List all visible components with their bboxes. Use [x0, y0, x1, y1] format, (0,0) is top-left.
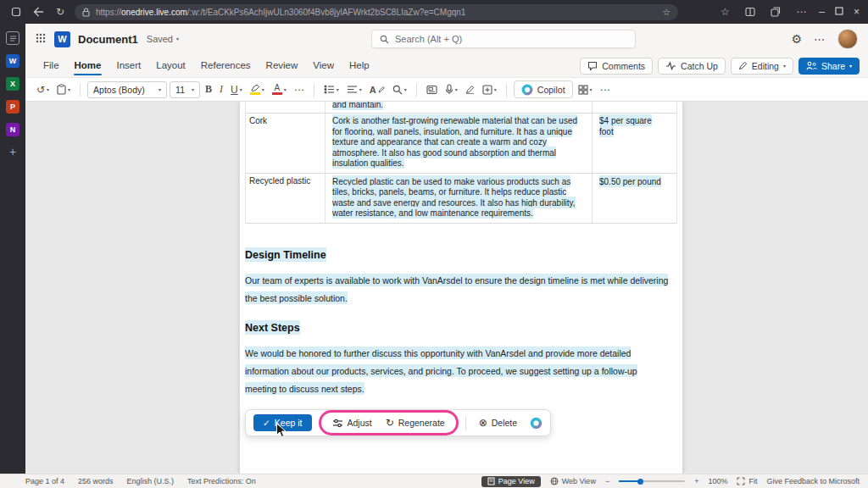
zoom-slider-knob[interactable] — [637, 479, 643, 485]
keep-it-button[interactable]: ✓ Keep it — [253, 414, 312, 431]
editor-button[interactable] — [463, 83, 477, 96]
collections-icon[interactable] — [768, 4, 783, 19]
sliders-icon — [332, 419, 343, 428]
adjust-button[interactable]: Adjust — [326, 415, 378, 430]
bullet-list-button[interactable]: ▾ — [321, 83, 342, 96]
site-info-icon — [82, 8, 90, 17]
fit-button[interactable]: Fit — [737, 477, 757, 485]
underline-button[interactable]: U▾ — [228, 82, 245, 97]
chevron-down-icon: ▾ — [494, 87, 497, 92]
maximize-icon[interactable] — [835, 6, 843, 18]
tab-references[interactable]: References — [193, 56, 259, 75]
language-indicator[interactable]: English (U.S.) — [127, 477, 175, 485]
styles-button[interactable]: A — [367, 83, 387, 97]
editing-mode-button[interactable]: Editing ▾ — [731, 58, 793, 75]
designer-button[interactable] — [424, 83, 440, 97]
header-more-icon[interactable]: ⋯ — [814, 33, 826, 46]
copilot-button[interactable]: Copilot — [514, 80, 573, 98]
favorite-star-icon[interactable]: ☆ — [662, 7, 670, 18]
delete-button[interactable]: ⊗ Delete — [473, 414, 523, 431]
word-app-icon[interactable]: W — [6, 54, 19, 68]
tab-home[interactable]: Home — [67, 56, 109, 75]
table-cell-description: and maintain. — [325, 102, 592, 113]
font-size-select[interactable]: 11▾ — [170, 81, 200, 98]
powerpoint-app-icon[interactable]: P — [6, 100, 19, 114]
font-color-button[interactable]: A ▾ — [270, 82, 289, 97]
text-predictions-toggle[interactable]: Text Predictions: On — [187, 477, 256, 485]
tab-insert[interactable]: Insert — [108, 56, 148, 75]
zoom-slider[interactable] — [619, 477, 685, 485]
table-cell-material: Cork — [246, 114, 325, 174]
word-logo[interactable]: W — [54, 31, 70, 47]
table-cell-material: Recycled plastic — [246, 174, 325, 223]
document-page[interactable]: and maintain. Cork Cork is another fast-… — [240, 102, 682, 474]
section-paragraph: Our team of experts is available to work… — [245, 271, 669, 307]
divider — [314, 83, 314, 97]
grid-icon — [578, 85, 588, 95]
address-bar[interactable]: https://onedrive.live.com/:w:/t/EaCKkPs6… — [75, 4, 678, 20]
more-font-options-icon[interactable]: ⋯ — [292, 82, 307, 97]
page-view-button[interactable]: Page View — [481, 476, 541, 487]
onenote-app-icon[interactable]: N — [6, 123, 19, 136]
chevron-down-icon: ▾ — [47, 87, 49, 92]
add-app-icon[interactable]: + — [9, 146, 16, 158]
find-button[interactable]: ▾ — [390, 83, 409, 97]
refresh-icon[interactable]: ↻ — [53, 4, 68, 19]
word-count[interactable]: 256 words — [78, 477, 114, 485]
copilot-icon — [521, 84, 533, 96]
save-status[interactable]: Saved▾ — [147, 34, 179, 44]
alignment-button[interactable]: ▾ — [344, 83, 364, 96]
zoom-in-icon[interactable]: + — [694, 477, 698, 485]
zoom-level[interactable]: 100% — [708, 477, 727, 485]
web-view-button[interactable]: Web View — [550, 477, 596, 485]
excel-app-icon[interactable]: X — [6, 77, 19, 91]
undo-button[interactable]: ↺▾ — [34, 82, 52, 97]
bold-button[interactable]: B — [203, 81, 214, 97]
minimize-icon[interactable]: – — [819, 6, 825, 18]
browser-more-icon[interactable]: ⋯ — [793, 4, 809, 19]
refresh-icon: ↻ — [386, 417, 394, 429]
annotation-highlight-box: Adjust ↻ Regenerate — [319, 410, 459, 435]
close-icon[interactable]: × — [854, 6, 860, 18]
search-input[interactable]: Search (Alt + Q) — [371, 30, 636, 48]
addins-button[interactable]: ▾ — [480, 83, 499, 97]
journal-app-icon[interactable] — [6, 31, 19, 45]
divider — [80, 83, 81, 97]
font-name-select[interactable]: Aptos (Body)▾ — [87, 81, 167, 98]
tab-file[interactable]: File — [36, 56, 67, 75]
catch-up-button[interactable]: Catch Up — [658, 58, 726, 75]
dictate-button[interactable]: ▾ — [442, 82, 460, 97]
document-title[interactable]: Document1 — [78, 33, 138, 46]
style-pen-icon — [378, 86, 385, 93]
zoom-out-icon[interactable]: − — [605, 477, 609, 485]
section-heading: Next Steps — [245, 320, 677, 334]
comments-button[interactable]: Comments — [580, 58, 653, 75]
regenerate-button[interactable]: ↻ Regenerate — [380, 414, 451, 431]
tab-review[interactable]: Review — [259, 56, 306, 75]
chevron-down-icon: ▾ — [783, 64, 786, 69]
section-heading: Design Timeline — [245, 247, 677, 261]
share-button[interactable]: Share ▾ — [798, 58, 860, 75]
favorites-bar-icon[interactable]: ☆ — [717, 4, 732, 19]
tab-help[interactable]: Help — [342, 56, 377, 75]
chevron-down-icon: ▾ — [176, 36, 179, 42]
settings-gear-icon[interactable]: ⚙ — [791, 32, 802, 46]
tab-layout[interactable]: Layout — [148, 56, 193, 75]
mouse-cursor — [275, 423, 287, 439]
tab-overview-icon[interactable] — [8, 4, 24, 19]
back-icon[interactable] — [31, 4, 46, 19]
app-launcher-icon[interactable] — [36, 31, 46, 47]
table-row: and maintain. — [246, 102, 676, 113]
document-canvas[interactable]: and maintain. Cork Cork is another fast-… — [25, 102, 868, 474]
feedback-link[interactable]: Give Feedback to Microsoft — [766, 477, 860, 485]
user-avatar[interactable] — [837, 29, 858, 49]
split-screen-icon[interactable] — [743, 4, 758, 19]
tab-view[interactable]: View — [305, 56, 342, 75]
highlight-color-button[interactable]: ▾ — [248, 82, 267, 97]
more-toolbar-icon[interactable]: ⋯ — [598, 82, 613, 97]
addins-icon — [482, 85, 492, 95]
page-indicator[interactable]: Page 1 of 4 — [25, 477, 64, 485]
paste-button[interactable]: ▾ — [54, 82, 73, 97]
apps-grid-button[interactable]: ▾ — [576, 83, 595, 97]
italic-button[interactable]: I — [217, 81, 225, 97]
